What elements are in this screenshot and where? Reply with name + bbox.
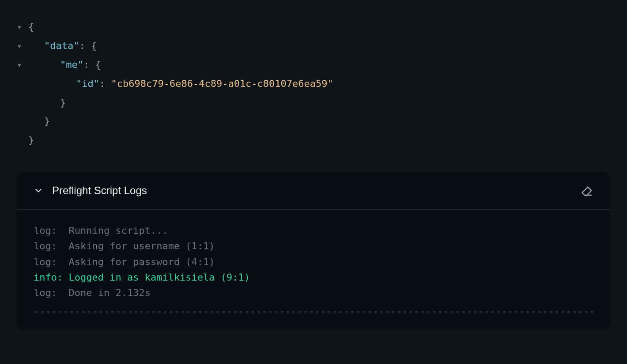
json-line: }	[18, 112, 609, 131]
json-line: ▼"me": {	[18, 56, 609, 75]
json-line: }	[18, 94, 609, 113]
json-punct: : {	[83, 56, 101, 75]
json-punct: : {	[79, 37, 97, 56]
log-line: info: Logged in as kamilkisiela (9:1)	[34, 270, 593, 285]
eraser-icon[interactable]	[581, 184, 593, 197]
collapse-arrow-icon[interactable]: ▼	[18, 22, 26, 33]
json-punct: }	[28, 131, 34, 150]
json-line: "id": "cb698c79-6e86-4c89-a01c-c80107e6e…	[18, 75, 609, 94]
json-punct: }	[44, 112, 50, 131]
collapse-arrow-icon[interactable]: ▼	[18, 41, 26, 52]
logs-body: log: Running script...log: Asking for us…	[17, 210, 610, 330]
log-line: log: Running script...	[34, 223, 593, 238]
preflight-logs-panel: Preflight Script Logs log: Running scrip…	[17, 172, 610, 330]
json-response-viewer: ▼{▼"data": {▼"me": {"id": "cb698c79-6e86…	[0, 0, 627, 163]
json-punct: }	[60, 94, 66, 113]
logs-title: Preflight Script Logs	[52, 184, 147, 197]
json-punct: :	[99, 75, 111, 94]
logs-header: Preflight Script Logs	[17, 172, 610, 210]
chevron-down-icon	[34, 186, 43, 195]
log-line: log: Done in 2.132s	[34, 285, 593, 300]
log-line: log: Asking for username (1:1)	[34, 238, 593, 254]
json-line: }	[18, 131, 609, 150]
json-key: "me"	[60, 56, 83, 75]
json-key: "id"	[76, 75, 99, 94]
log-line: log: Asking for password (4:1)	[34, 254, 593, 270]
logs-title-group[interactable]: Preflight Script Logs	[34, 184, 147, 197]
log-divider: ----------------------------------------…	[34, 306, 593, 317]
json-key: "data"	[44, 37, 79, 56]
json-punct: {	[28, 18, 34, 37]
collapse-arrow-icon[interactable]: ▼	[18, 60, 26, 71]
json-string-value: "cb698c79-6e86-4c89-a01c-c80107e6ea59"	[111, 75, 333, 94]
json-line: ▼"data": {	[18, 37, 609, 56]
json-line: ▼{	[18, 18, 609, 37]
